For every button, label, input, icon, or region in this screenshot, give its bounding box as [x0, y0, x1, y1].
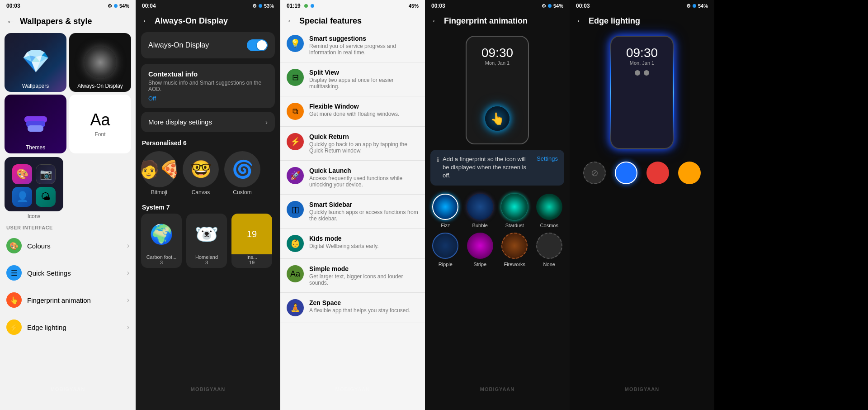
color-swatch-amber[interactable]	[678, 162, 701, 184]
contextual-title: Contextual info	[148, 70, 268, 78]
anim-label-stardust: Stardust	[505, 223, 524, 228]
feature-item-zen-space[interactable]: 🧘 Zen Space A flexible app that helps yo…	[280, 293, 425, 323]
page-title-p3: Special features	[299, 16, 362, 26]
feature-item-split-view[interactable]: ⊟ Split View Display two apps at once fo…	[280, 62, 425, 96]
list-item-quicksettings[interactable]: ☰ Quick Settings ›	[0, 259, 136, 286]
fp-tooltip-text: Add a fingerprint so the icon will be di…	[443, 155, 533, 180]
anim-label-ripple: Ripple	[439, 262, 453, 267]
feature-item-kids-mode[interactable]: 👶 Kids mode Digital Wellbeing starts ear…	[280, 229, 425, 259]
icons-card[interactable]: 🎨 📷 👤 🌤 Icons	[5, 157, 63, 219]
anim-item-stripe[interactable]: Stripe	[465, 233, 495, 267]
feature-list: 💡 Smart suggestions Remind you of servic…	[280, 29, 425, 410]
status-time-p4: 00:03	[431, 3, 445, 9]
animation-grid: Fizz Bubble Stardust Cosmos Ripple Strip…	[425, 190, 570, 271]
anim-item-ripple[interactable]: Ripple	[430, 233, 461, 267]
page-title-p4: Fingerprint animation	[444, 16, 528, 26]
panel-fp-animation: 00:03 ⚙ 54% ← Fingerprint animation 09:3…	[425, 0, 570, 410]
battery-p3: 45%	[409, 3, 419, 9]
list-item-edgelighting[interactable]: ⚡ Edge lighting ›	[0, 314, 136, 341]
list-item-colours[interactable]: 🎨 Colours ›	[0, 232, 136, 259]
notif-dot-p2	[259, 4, 262, 8]
back-button-p2[interactable]: ←	[142, 16, 150, 26]
status-dot-p3	[304, 4, 308, 8]
back-button-p5[interactable]: ←	[576, 16, 584, 26]
aod-toggle-card[interactable]: Always-On Display	[141, 32, 275, 58]
back-button-p1[interactable]: ←	[6, 16, 15, 27]
chevron-icon-colours: ›	[127, 242, 129, 250]
chevron-icon-fp: ›	[127, 296, 129, 304]
feature-item-quick-return[interactable]: ⚡ Quick Return Quickly go back to an app…	[280, 127, 425, 161]
aod-label: Always-On Display	[69, 83, 131, 89]
font-card[interactable]: Aa Font	[69, 95, 131, 153]
edgelighting-icon: ⚡	[6, 319, 22, 335]
anim-circle-stripe	[467, 233, 493, 259]
anim-item-cosmos[interactable]: Cosmos	[534, 194, 565, 228]
page-header-p5: ← Edge lighting	[570, 12, 714, 29]
more-settings-label: More display settings	[148, 118, 212, 126]
fp-settings-link[interactable]: Settings	[537, 155, 558, 162]
edge-color-picker: ⊘	[570, 154, 714, 191]
feature-item-flexible-window[interactable]: ⧉ Flexible Window Get more done with flo…	[280, 96, 425, 127]
battery-p4: 54%	[553, 3, 563, 9]
fpanimation-icon: 👆	[6, 292, 22, 308]
feature-title-zen-space: Zen Space	[309, 299, 410, 306]
contextual-card[interactable]: Contextual info Show music info and Smar…	[141, 64, 275, 108]
anim-item-fizz[interactable]: Fizz	[430, 194, 461, 228]
watermark-p1: MOBIGYAAN	[51, 386, 85, 392]
notif-dot-p3b	[311, 4, 314, 8]
status-time-p2: 00:04	[142, 3, 156, 9]
aod-card[interactable]: Always-On Display	[69, 33, 131, 92]
feature-title-quick-return: Quick Return	[309, 133, 419, 140]
list-item-fpanimation[interactable]: 👆 Fingerprint animation ›	[0, 286, 136, 314]
info-icon: ℹ	[437, 156, 439, 163]
gear-icon-p2: ⚙	[252, 3, 257, 9]
edgelighting-text: Edge lighting	[27, 324, 122, 331]
color-swatch-blue[interactable]	[615, 162, 637, 184]
edge-phone-time: 09:30	[626, 46, 658, 60]
color-swatch-none[interactable]: ⊘	[583, 162, 606, 184]
theme-card-homeland[interactable]: 🐻‍❄️ Homeland 3	[186, 214, 227, 268]
anim-label-fizz: Fizz	[441, 223, 450, 228]
color-swatch-red[interactable]	[646, 162, 669, 184]
feature-item-quick-launch[interactable]: 🚀 Quick Launch Access frequently used fu…	[280, 161, 425, 195]
anim-item-bubble[interactable]: Bubble	[465, 194, 495, 228]
theme-card-ins[interactable]: 19 Ins... 19	[231, 214, 272, 268]
anim-circle-stardust	[501, 194, 528, 220]
aod-toggle-switch[interactable]	[247, 39, 268, 51]
gear-icon: ⚙	[108, 3, 112, 9]
theme-card-carbon[interactable]: 🌍 Carbon foot... 3	[141, 214, 182, 268]
battery-p5: 54%	[698, 3, 708, 9]
anim-item-none[interactable]: None	[534, 233, 565, 267]
more-settings-row[interactable]: More display settings ›	[141, 112, 275, 132]
watermark-p4: MOBIGYAAN	[480, 386, 514, 392]
back-button-p3[interactable]: ←	[287, 16, 295, 26]
themes-card[interactable]: Themes	[5, 95, 66, 153]
font-label: Font	[94, 131, 105, 138]
avatar-custom[interactable]: 🌀 Custom	[224, 151, 260, 195]
feature-item-smart-sidebar[interactable]: ◫ Smart Sidebar Quickly launch apps or a…	[280, 195, 425, 229]
avatar-bitmoji-img: 🧑‍🍕	[141, 151, 177, 187]
avatar-bitmoji[interactable]: 🧑‍🍕 Bitmoji	[141, 151, 177, 195]
feature-item-simple-mode[interactable]: Aa Simple mode Get larger text, bigger i…	[280, 259, 425, 293]
anim-item-stardust[interactable]: Stardust	[500, 194, 530, 228]
wallpapers-card[interactable]: Wallpapers	[5, 33, 66, 92]
anim-circle-none	[536, 233, 562, 259]
back-button-p4[interactable]: ←	[431, 16, 439, 26]
avatar-canvas-img: 🤓	[183, 151, 219, 187]
feature-sub-quick-launch: Access frequently used functions while u…	[309, 175, 419, 188]
feature-sub-flexible-window: Get more done with floating windows.	[309, 111, 399, 117]
page-header-p2: ← Always-On Display	[136, 12, 280, 29]
anim-circle-bubble	[467, 194, 493, 220]
battery-p1: 54%	[119, 3, 129, 9]
feature-icon-smart-sidebar: ◫	[287, 201, 304, 218]
anim-item-fireworks[interactable]: Fireworks	[500, 233, 530, 267]
icon-blob-pink: 🎨	[12, 164, 32, 184]
theme-visual	[24, 117, 47, 131]
system-section: System 7 🌍 Carbon foot... 3 🐻‍❄️ Homelan…	[136, 199, 280, 270]
avatar-canvas[interactable]: 🤓 Canvas	[183, 151, 219, 195]
feature-item-smart-suggestions[interactable]: 💡 Smart suggestions Remind you of servic…	[280, 29, 425, 62]
feature-title-flexible-window: Flexible Window	[309, 103, 399, 110]
edge-icon-1	[635, 70, 640, 76]
feature-title-smart-suggestions: Smart suggestions	[309, 35, 419, 42]
anim-circle-cosmos	[536, 194, 562, 220]
